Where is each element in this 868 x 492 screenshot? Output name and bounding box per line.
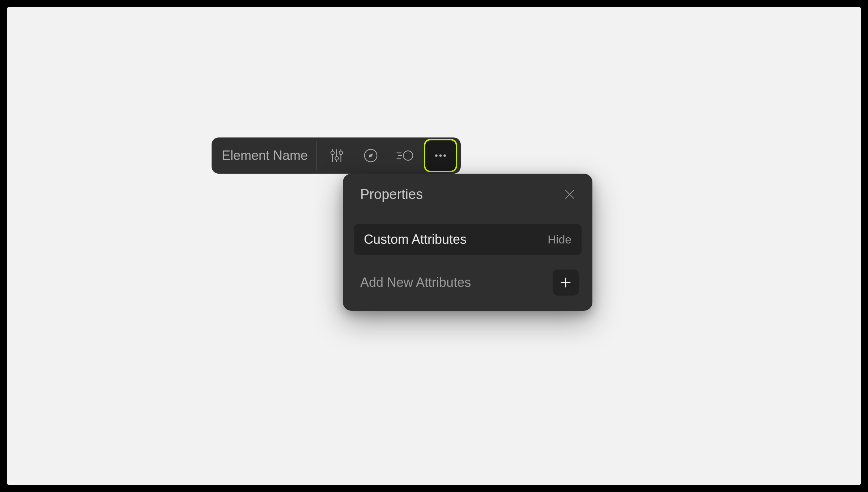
compass-icon [362,147,379,164]
toolbar-divider [316,141,317,170]
compass-button[interactable] [354,141,387,170]
plus-icon [558,275,573,290]
add-attributes-label: Add New Attributes [360,275,471,290]
canvas-frame: Element Name [7,7,861,485]
close-icon [562,187,577,202]
motion-icon [395,147,415,164]
more-icon [432,147,449,164]
svg-marker-7 [369,153,373,158]
custom-attributes-row: Custom Attributes Hide [354,224,582,255]
popover-title: Properties [360,187,423,202]
motion-button[interactable] [388,141,421,170]
popover-header: Properties [343,174,592,213]
more-button[interactable] [424,139,457,172]
svg-point-14 [443,154,446,157]
properties-popover: Properties Custom Attributes Hide Add Ne… [343,174,592,311]
svg-point-12 [435,154,438,157]
close-button[interactable] [560,184,579,204]
add-attributes-row: Add New Attributes [354,255,582,296]
hide-toggle[interactable]: Hide [548,233,571,246]
add-attribute-button[interactable] [553,270,579,296]
svg-point-3 [331,151,335,155]
sliders-icon [328,147,345,164]
svg-point-11 [403,151,413,160]
svg-point-4 [335,157,339,160]
svg-point-5 [339,151,343,155]
element-toolbar: Element Name [212,137,461,174]
svg-point-13 [439,154,442,157]
element-name-label[interactable]: Element Name [222,148,316,163]
sliders-button[interactable] [320,141,353,170]
custom-attributes-label: Custom Attributes [364,232,467,247]
popover-body: Custom Attributes Hide Add New Attribute… [343,213,592,311]
